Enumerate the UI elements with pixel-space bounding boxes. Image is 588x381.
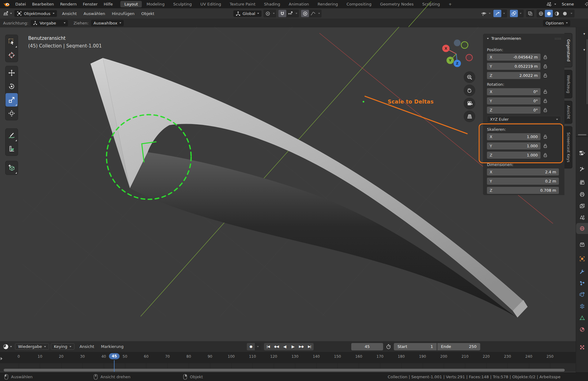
pan-button[interactable] — [464, 85, 475, 96]
play-reverse-button[interactable]: ◀ — [281, 343, 289, 350]
properties-tab-particles[interactable] — [576, 278, 588, 289]
position-z-field[interactable]: Z2.0022 m — [487, 72, 541, 79]
viewport-menu-auswählen[interactable]: Auswählen — [80, 11, 109, 16]
topbar-menu-hilfe[interactable]: Hilfe — [101, 2, 116, 6]
workspace-tab-compositing[interactable]: Compositing — [342, 1, 375, 7]
tool-move[interactable] — [6, 66, 18, 80]
outliner-disclosure-icon[interactable]: ▾ — [583, 48, 585, 52]
scale-x-field[interactable]: X1.000 — [487, 133, 541, 140]
frame-end-field[interactable]: Ende250 — [437, 343, 480, 350]
tool-select-box[interactable] — [6, 35, 18, 48]
lock-open-icon[interactable] — [543, 108, 548, 112]
properties-tab-physics[interactable] — [576, 289, 588, 300]
tool-transform[interactable] — [6, 107, 18, 120]
workspace-tab-sculpting[interactable]: Sculpting — [169, 1, 196, 7]
panel-collapse-icon[interactable] — [487, 38, 489, 39]
drag-setting-dropdown[interactable]: Auswahlbox — [91, 20, 124, 26]
topbar-menu-fenster[interactable]: Fenster — [80, 2, 100, 6]
jump-to-end-button[interactable]: ▶| — [305, 343, 314, 350]
horizontal-scrollbar[interactable] — [578, 134, 586, 135]
panel-grip-icon[interactable]: ::::: — [555, 37, 561, 40]
shading-solid-button[interactable] — [545, 10, 553, 17]
topbar-menu-rendern[interactable]: Rendern — [57, 2, 80, 6]
properties-tab-view-layer[interactable] — [576, 200, 588, 211]
chevron-down-icon[interactable] — [10, 346, 12, 347]
lock-open-icon[interactable] — [543, 144, 548, 148]
blender-logo-icon[interactable] — [0, 2, 12, 7]
workspace-tab-animation[interactable]: Animation — [285, 1, 313, 7]
outliner-disclosure-icon[interactable]: ▾ — [583, 32, 585, 36]
properties-tab-material[interactable] — [576, 324, 588, 335]
falloff-curve-icon[interactable] — [309, 10, 317, 17]
timeline-menu-view[interactable]: Ansicht — [76, 344, 98, 349]
navigation-gizmo[interactable]: X Y Z — [439, 37, 475, 70]
proportional-editing-button[interactable] — [301, 10, 309, 17]
workspace-tab-layout[interactable]: Layout — [120, 1, 142, 7]
npanel-tab-screencast-keys[interactable]: Screencast Keys — [564, 126, 572, 168]
workspace-tab-modeling[interactable]: Modeling — [142, 1, 168, 7]
chevron-down-icon[interactable] — [489, 13, 491, 14]
timeline-track-area[interactable] — [0, 363, 576, 368]
tool-measure[interactable] — [6, 142, 18, 156]
properties-tab-tool[interactable] — [576, 164, 588, 175]
npanel-tab-item[interactable]: Gegenstand — [564, 33, 572, 67]
panel-title[interactable]: Transformieren — [491, 36, 521, 41]
shading-material-button[interactable] — [553, 10, 561, 17]
scale-z-field[interactable]: Z1.000 — [487, 152, 541, 159]
scale-y-field[interactable]: Y1.000 — [487, 142, 541, 149]
xray-toggle-button[interactable] — [526, 10, 534, 17]
camera-view-button[interactable] — [464, 98, 475, 109]
tool-add-cube[interactable] — [6, 161, 18, 175]
topbar-menu-bearbeiten[interactable]: Bearbeiten — [29, 2, 57, 6]
jump-to-start-button[interactable]: |◀ — [264, 343, 272, 350]
workspace-tab-texture-paint[interactable]: Texture Paint — [226, 1, 259, 7]
playhead[interactable] — [114, 360, 115, 372]
workspace-add-button[interactable]: + — [444, 1, 456, 7]
viewport-menu-hinzufugen[interactable]: Hinzufügen — [108, 11, 138, 16]
lock-open-icon[interactable] — [543, 64, 548, 69]
workspace-tab-scripting[interactable]: Scripting — [418, 1, 444, 7]
auto-key-button[interactable]: ● — [247, 343, 255, 350]
workspace-tab-geometry-nodes[interactable]: Geometry Nodes — [376, 1, 418, 7]
snap-toggle-button[interactable] — [278, 10, 286, 17]
tool-rotate[interactable] — [6, 80, 18, 93]
position-y-field[interactable]: Y0.052219 m — [487, 63, 541, 70]
properties-tab-modifiers[interactable] — [576, 266, 588, 277]
lock-open-icon[interactable] — [543, 89, 548, 94]
prev-keyframe-button[interactable]: ◆◀ — [272, 343, 281, 350]
timeline-menu-marker[interactable]: Markierung — [98, 344, 127, 349]
timeline-editor-icon[interactable] — [0, 344, 10, 350]
topbar-menu-datei[interactable]: Datei — [12, 2, 29, 6]
playback-dropdown[interactable]: Wiedergabe — [15, 343, 49, 350]
current-frame-field[interactable]: 45 — [351, 343, 383, 350]
chevron-down-icon[interactable] — [10, 13, 12, 14]
next-keyframe-button[interactable]: ▶◆ — [297, 343, 305, 350]
dimensions-z-field[interactable]: Z0.708 m — [487, 187, 559, 194]
stopwatch-icon[interactable] — [386, 344, 391, 349]
snap-with-button[interactable] — [286, 10, 294, 17]
rotation-z-field[interactable]: Z0° — [487, 107, 541, 114]
npanel-tab-view[interactable]: Ansicht — [564, 101, 572, 124]
frame-start-field[interactable]: Start1 — [394, 343, 437, 350]
mesh-segment-object[interactable] — [90, 58, 528, 317]
properties-tab-world[interactable] — [576, 223, 588, 234]
shading-wireframe-button[interactable] — [537, 10, 545, 17]
viewport-menu-ansicht[interactable]: Ansicht — [59, 11, 80, 16]
properties-tab-data[interactable] — [576, 312, 588, 323]
shading-rendered-button[interactable] — [561, 10, 569, 17]
npanel-tab-tool[interactable]: Werkzeug — [564, 70, 572, 98]
properties-tab-render[interactable] — [576, 177, 588, 188]
lock-open-icon[interactable] — [543, 99, 548, 103]
dimensions-x-field[interactable]: X2.4 m — [487, 168, 559, 175]
ortho-toggle-button[interactable] — [464, 111, 475, 122]
workspace-tab-shading[interactable]: Shading — [260, 1, 284, 7]
scene-selector[interactable]: Scene — [546, 0, 588, 8]
dimensions-y-field[interactable]: Y0.2 m — [487, 178, 559, 185]
lock-open-icon[interactable] — [543, 134, 548, 139]
scene-name[interactable]: Scene — [562, 2, 574, 6]
outliner-scrollbar[interactable] — [587, 39, 587, 104]
properties-tab-object[interactable] — [576, 253, 588, 264]
viewport-menu-objekt[interactable]: Objekt — [138, 11, 158, 16]
timeline-expand-icon[interactable] — [1, 357, 2, 360]
chevron-down-icon[interactable] — [273, 13, 275, 14]
